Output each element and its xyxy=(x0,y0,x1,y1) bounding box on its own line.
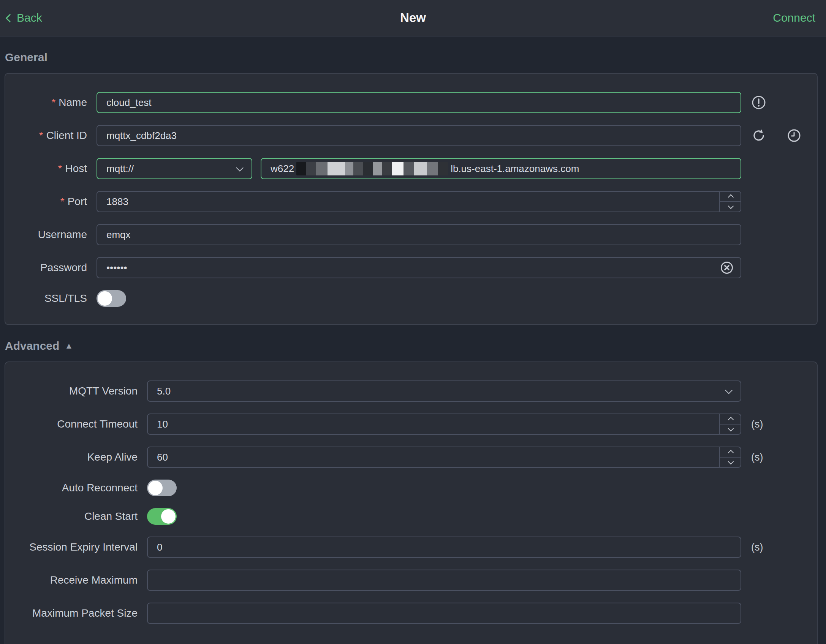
session-expiry-label: Session Expiry Interval xyxy=(5,541,138,553)
session-expiry-input[interactable] xyxy=(147,537,741,558)
stepper-up-button[interactable] xyxy=(720,447,741,458)
client-id-input[interactable] xyxy=(97,125,741,146)
general-section-title: General xyxy=(5,51,47,64)
session-expiry-row: Session Expiry Interval (s) xyxy=(5,537,817,558)
name-input[interactable] xyxy=(97,92,741,113)
connect-timeout-label: Connect Timeout xyxy=(5,418,138,430)
password-row: Password xyxy=(5,257,817,278)
mqtt-version-label: MQTT Version xyxy=(5,385,138,397)
host-label: *Host xyxy=(5,163,87,175)
chevron-down-icon xyxy=(728,459,734,465)
refresh-icon[interactable] xyxy=(752,128,766,143)
connect-timeout-input[interactable] xyxy=(147,414,741,435)
host-value-suffix: lb.us-east-1.amazonaws.com xyxy=(451,163,579,175)
chevron-down-icon xyxy=(725,387,733,394)
back-label: Back xyxy=(17,11,42,24)
max-packet-size-label: Maximum Packet Size xyxy=(5,607,138,619)
seconds-unit: (s) xyxy=(751,541,763,553)
mqtt-version-value: 5.0 xyxy=(157,385,171,397)
chevron-left-icon xyxy=(6,14,14,22)
required-mark: * xyxy=(58,163,62,174)
keep-alive-row: Keep Alive (s) xyxy=(5,447,817,468)
stepper-down-button[interactable] xyxy=(720,458,741,468)
port-input[interactable] xyxy=(97,191,741,212)
connect-timeout-row: Connect Timeout (s) xyxy=(5,414,817,435)
password-input[interactable] xyxy=(97,257,741,278)
collapse-triangle-icon: ▲ xyxy=(65,341,73,351)
advanced-section-header[interactable]: Advanced ▲ xyxy=(5,339,826,352)
mqtt-version-row: MQTT Version 5.0 xyxy=(5,380,817,402)
general-card: *Name *Client ID *Host xyxy=(5,73,818,325)
page-title: New xyxy=(400,11,426,25)
username-label: Username xyxy=(5,229,87,241)
protocol-value: mqtt:// xyxy=(106,163,134,175)
ssl-toggle[interactable] xyxy=(97,290,126,307)
stepper-up-button[interactable] xyxy=(720,191,741,202)
clean-start-label: Clean Start xyxy=(5,510,138,522)
keep-alive-input[interactable] xyxy=(147,447,741,468)
max-packet-size-input[interactable] xyxy=(147,603,741,624)
advanced-section-title: Advanced xyxy=(5,339,59,352)
name-row: *Name xyxy=(5,92,817,113)
clean-start-toggle[interactable] xyxy=(147,508,177,525)
connect-button[interactable]: Connect xyxy=(773,11,815,24)
toggle-knob xyxy=(161,509,176,524)
history-clock-icon[interactable] xyxy=(787,128,801,143)
port-stepper xyxy=(719,191,741,212)
chevron-up-icon xyxy=(728,417,734,423)
username-row: Username xyxy=(5,224,817,245)
receive-maximum-input[interactable] xyxy=(147,570,741,591)
username-input[interactable] xyxy=(97,224,741,245)
redacted-host-segment xyxy=(296,162,448,175)
stepper-down-button[interactable] xyxy=(720,202,741,212)
connect-timeout-stepper xyxy=(719,414,741,435)
host-row: *Host mqtt:// w622 lb.us-east-1.amazonaw… xyxy=(5,158,817,179)
chevron-down-icon xyxy=(236,164,244,172)
keep-alive-stepper xyxy=(719,447,741,468)
clear-password-icon[interactable] xyxy=(720,261,734,275)
auto-reconnect-row: Auto Reconnect xyxy=(5,480,817,496)
port-row: *Port xyxy=(5,191,817,212)
required-mark: * xyxy=(60,196,65,207)
required-mark: * xyxy=(39,129,43,141)
required-mark: * xyxy=(51,96,55,108)
host-value-prefix: w622 xyxy=(271,163,294,175)
ssl-row: SSL/TLS xyxy=(5,290,817,307)
client-id-row: *Client ID xyxy=(5,125,817,146)
mqtt-version-select[interactable]: 5.0 xyxy=(147,380,741,402)
ssl-label: SSL/TLS xyxy=(5,292,87,305)
seconds-unit: (s) xyxy=(751,451,763,463)
clean-start-row: Clean Start xyxy=(5,508,817,525)
protocol-select[interactable]: mqtt:// xyxy=(97,158,252,179)
stepper-down-button[interactable] xyxy=(720,425,741,435)
host-input[interactable]: w622 lb.us-east-1.amazonaws.com xyxy=(261,158,741,179)
chevron-down-icon xyxy=(728,426,734,432)
seconds-unit: (s) xyxy=(751,418,763,430)
receive-maximum-label: Receive Maximum xyxy=(5,574,138,586)
auto-reconnect-label: Auto Reconnect xyxy=(5,482,138,494)
alert-circle-icon[interactable] xyxy=(752,95,766,110)
stepper-up-button[interactable] xyxy=(720,414,741,425)
general-section-header: General xyxy=(5,51,826,64)
chevron-up-icon xyxy=(728,194,734,200)
auto-reconnect-toggle[interactable] xyxy=(147,480,177,496)
chevron-down-icon xyxy=(728,203,734,209)
client-id-label: *Client ID xyxy=(5,129,87,142)
chevron-up-icon xyxy=(728,450,734,456)
keep-alive-label: Keep Alive xyxy=(5,451,138,463)
password-label: Password xyxy=(5,262,87,274)
receive-maximum-row: Receive Maximum xyxy=(5,570,817,591)
advanced-card: MQTT Version 5.0 Connect Timeout (s) Kee… xyxy=(5,361,818,644)
back-button[interactable]: Back xyxy=(7,11,42,24)
toggle-knob xyxy=(148,481,163,495)
port-label: *Port xyxy=(5,196,87,208)
max-packet-size-row: Maximum Packet Size xyxy=(5,603,817,624)
toggle-knob xyxy=(98,291,112,306)
name-label: *Name xyxy=(5,96,87,109)
top-bar: Back New Connect xyxy=(0,0,826,36)
